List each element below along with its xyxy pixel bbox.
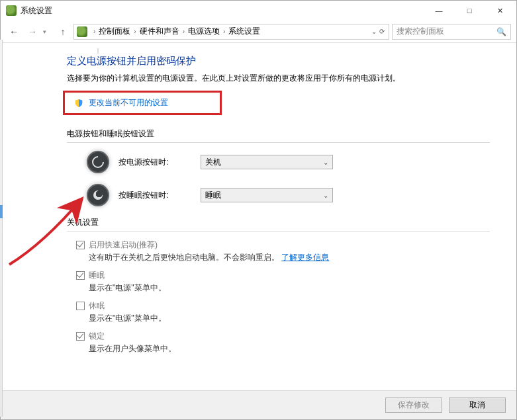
divider <box>67 231 490 231</box>
change-unavailable-link[interactable]: 更改当前不可用的设置 <box>89 97 168 108</box>
dropdown-icon[interactable]: ⌄ <box>371 28 377 35</box>
chevron-icon: › <box>221 28 227 35</box>
breadcrumb-item[interactable]: 控制面板 <box>99 26 130 37</box>
opt-lock: 锁定 显示在用户头像菜单中。 <box>76 331 490 358</box>
opt-desc: 显示在用户头像菜单中。 <box>89 343 176 355</box>
minimize-button[interactable]: — <box>424 1 454 21</box>
sleep-button-value: 睡眠 <box>205 190 221 201</box>
highlight-annotation: 更改当前不可用的设置 <box>63 91 222 115</box>
opt-label: 锁定 <box>89 331 176 342</box>
breadcrumb[interactable]: › 控制面板 › 硬件和声音 › 电源选项 › 系统设置 ⌄ ⟳ <box>73 24 389 40</box>
chevron-icon: › <box>91 28 97 35</box>
opt-sleep: 睡眠 显示在"电源"菜单中。 <box>76 270 490 298</box>
checkbox-fast-startup[interactable] <box>76 241 85 249</box>
search-input[interactable]: 搜索控制面板 🔍 <box>392 24 511 40</box>
up-button[interactable]: ↑ <box>55 24 71 40</box>
divider <box>67 142 490 143</box>
chevron-icon: › <box>181 28 187 35</box>
opt-desc: 显示在"电源"菜单中。 <box>89 313 166 324</box>
window-title: 系统设置 <box>21 5 52 17</box>
opt-fast-startup: 启用快速启动(推荐) 这有助于在关机之后更快地启动电脑。不会影响重启。 了解更多… <box>76 239 490 267</box>
history-dropdown[interactable]: ▾ <box>43 28 52 35</box>
sleep-button-row: 按睡眠按钮时: 睡眠 ⌄ <box>87 184 490 206</box>
learn-more-link[interactable]: 了解更多信息 <box>281 253 329 262</box>
breadcrumb-item[interactable]: 电源选项 <box>188 26 220 37</box>
sleep-button-select[interactable]: 睡眠 ⌄ <box>201 188 333 202</box>
close-button[interactable]: ✕ <box>485 1 515 21</box>
chevron-down-icon: ⌄ <box>323 192 328 199</box>
window-buttons: — □ ✕ <box>424 1 515 21</box>
section-title-shutdown: 关机设置 <box>67 217 490 228</box>
breadcrumb-icon <box>77 26 87 37</box>
opt-desc: 这有助于在关机之后更快地启动电脑。不会影响重启。 了解更多信息 <box>89 252 329 263</box>
power-button-value: 关机 <box>205 157 221 168</box>
sleep-icon <box>87 184 109 206</box>
window: 系统设置 — □ ✕ ← → ▾ ↑ › 控制面板 › 硬件和声音 › 电源选项… <box>0 0 517 420</box>
section-title-buttons: 电源按钮和睡眠按钮设置 <box>67 128 490 140</box>
refresh-icon[interactable]: ⟳ <box>379 28 385 35</box>
shield-icon <box>74 99 83 108</box>
titlebar: 系统设置 — □ ✕ <box>1 1 516 21</box>
breadcrumb-item[interactable]: 硬件和声音 <box>140 26 179 37</box>
page-subtext: 选择要为你的计算机设置的电源设置。在此页上对设置所做的更改将应用于你所有的电源计… <box>67 73 490 84</box>
opt-desc: 显示在"电源"菜单中。 <box>89 282 166 294</box>
search-placeholder: 搜索控制面板 <box>397 26 444 37</box>
checkbox-hibernate[interactable] <box>76 302 85 310</box>
opt-hibernate: 休眠 显示在"电源"菜单中。 <box>76 300 490 328</box>
save-button[interactable]: 保存修改 <box>385 398 442 413</box>
chevron-down-icon: ⌄ <box>323 159 328 166</box>
power-icon <box>87 151 109 173</box>
power-button-select[interactable]: 关机 ⌄ <box>201 155 333 169</box>
content: 定义电源按钮并启用密码保护 选择要为你的计算机设置的电源设置。在此页上对设置所做… <box>1 43 516 390</box>
breadcrumb-item[interactable]: 系统设置 <box>228 26 260 37</box>
back-button[interactable]: ← <box>6 24 22 40</box>
checkbox-lock[interactable] <box>76 332 85 341</box>
power-button-label: 按电源按钮时: <box>118 157 191 168</box>
app-icon <box>6 5 17 16</box>
forward-button[interactable]: → <box>24 24 40 40</box>
opt-label: 睡眠 <box>89 270 166 281</box>
checkbox-sleep[interactable] <box>76 271 85 280</box>
left-edge-strip <box>0 40 3 417</box>
page-heading: 定义电源按钮并启用密码保护 <box>67 55 490 67</box>
search-icon: 🔍 <box>496 27 506 36</box>
power-button-row: 按电源按钮时: 关机 ⌄ <box>87 151 490 173</box>
cancel-button[interactable]: 取消 <box>449 398 506 413</box>
opt-label: 启用快速启动(推荐) <box>89 239 329 251</box>
chevron-icon: › <box>132 28 138 35</box>
opt-desc-text: 这有助于在关机之后更快地启动电脑。不会影响重启。 <box>89 253 279 262</box>
maximize-button[interactable]: □ <box>454 1 485 21</box>
sleep-button-label: 按睡眠按钮时: <box>118 190 191 201</box>
opt-label: 休眠 <box>89 300 166 312</box>
footer: 保存修改 取消 <box>1 390 516 419</box>
navbar: ← → ▾ ↑ › 控制面板 › 硬件和声音 › 电源选项 › 系统设置 ⌄ ⟳… <box>1 21 516 43</box>
